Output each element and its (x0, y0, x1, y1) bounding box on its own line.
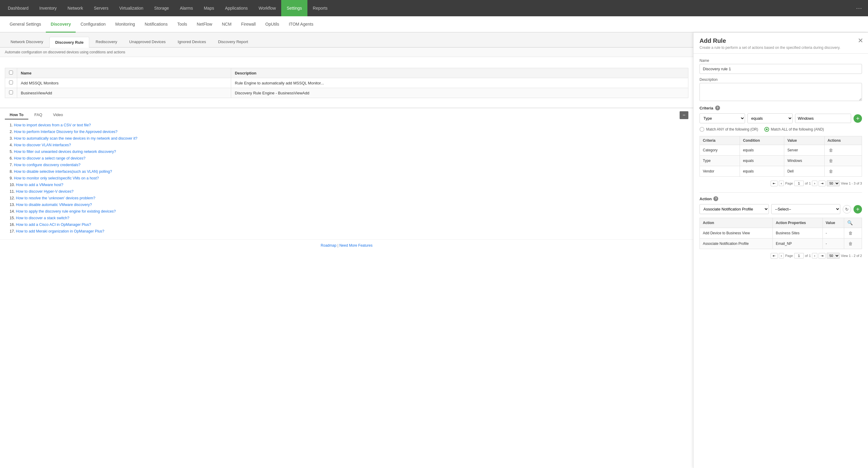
collapse-howto-button[interactable]: − (680, 111, 688, 119)
criteria-last-page[interactable]: ⇥ (818, 181, 826, 186)
delete-criteria-2-button[interactable]: 🗑 (828, 158, 834, 164)
match-all-option[interactable]: Match ALL of the following (AND) (764, 127, 824, 132)
row-checkbox-2[interactable] (9, 90, 13, 94)
delete-criteria-3-button[interactable]: 🗑 (828, 168, 834, 174)
tab-unapproved-devices[interactable]: Unapproved Devices (124, 36, 172, 47)
refresh-action-button[interactable]: ↻ (843, 205, 851, 213)
add-criteria-button[interactable]: + (854, 114, 862, 123)
select-all-checkbox[interactable] (9, 70, 13, 75)
action-input-row: Associate Notification Profile --Select-… (700, 204, 862, 214)
table-description: Automate configuration on discovered dev… (0, 48, 693, 57)
criteria-prev-page[interactable]: ‹ (779, 181, 784, 186)
list-item[interactable]: How to automatically scan the new device… (10, 135, 688, 142)
action-last-page[interactable]: ⇥ (818, 253, 826, 259)
action-next-page[interactable]: › (812, 253, 817, 258)
tab-ignored-devices[interactable]: Ignored Devices (172, 36, 212, 47)
list-item[interactable]: How to monitor only select/specific VMs … (10, 175, 688, 181)
criteria-page-input[interactable] (794, 181, 804, 186)
subnav-netflow[interactable]: NetFlow (192, 16, 217, 33)
tab-rediscovery[interactable]: Rediscovery (90, 36, 123, 47)
action-page-input[interactable] (794, 253, 804, 258)
action-pagination: ⇤ ‹ Page of 1 › ⇥ 50 View 1 - 2 of 2 (700, 252, 862, 261)
criteria-condition-select[interactable]: equals (747, 113, 793, 123)
subnav-discovery[interactable]: Discovery (46, 16, 76, 33)
roadmap-link[interactable]: Roadmap (321, 243, 336, 247)
nav-item-dashboard[interactable]: Dashboard (2, 0, 34, 16)
delete-criteria-1-button[interactable]: 🗑 (828, 147, 834, 153)
criteria-value-input[interactable] (795, 114, 851, 123)
list-item[interactable]: How to add Meraki organization in OpMana… (10, 228, 688, 235)
action-per-page-select[interactable]: 50 (827, 253, 840, 259)
subnav-monitoring[interactable]: Monitoring (111, 16, 140, 33)
list-item[interactable]: How to disable automatic VMware discover… (10, 201, 688, 208)
table-row: Type equals Windows 🗑 (700, 155, 862, 166)
criteria-next-page[interactable]: › (812, 181, 817, 186)
more-features-link[interactable]: Need More Features (339, 243, 373, 247)
list-item[interactable]: How to add a VMware host? (10, 181, 688, 188)
subnav-configuration[interactable]: Configuration (76, 16, 110, 33)
list-item[interactable]: How to perform Interface Discovery for t… (10, 128, 688, 135)
list-item[interactable]: How to discover a stack switch? (10, 215, 688, 221)
nav-item-alarms[interactable]: Alarms (175, 0, 198, 16)
list-item[interactable]: How to apply the discovery rule engine f… (10, 208, 688, 215)
match-all-radio[interactable] (764, 127, 769, 132)
nav-item-workflow[interactable]: Workflow (253, 0, 281, 16)
delete-action-2-button[interactable]: 🗑 (847, 241, 854, 247)
nav-item-storage[interactable]: Storage (149, 0, 175, 16)
howto-tab-faq[interactable]: FAQ (30, 111, 47, 119)
row-checkbox-1[interactable] (9, 81, 13, 84)
subnav-ncm[interactable]: NCM (217, 16, 236, 33)
list-item[interactable]: How to discover VLAN interfaces? (10, 142, 688, 148)
nav-item-inventory[interactable]: Inventory (34, 0, 62, 16)
nav-item-servers[interactable]: Servers (88, 0, 114, 16)
tab-discovery-rule[interactable]: Discovery Rule (50, 37, 89, 48)
nav-item-reports[interactable]: Reports (307, 0, 333, 16)
howto-list: How to import devices from a CSV or text… (0, 119, 693, 239)
nav-item-network[interactable]: Network (62, 0, 88, 16)
tab-network-discovery[interactable]: Network Discovery (5, 36, 49, 47)
nav-more-icon[interactable]: ⋯ (852, 4, 866, 12)
list-item[interactable]: How to discover a select range of device… (10, 155, 688, 162)
criteria-per-page-select[interactable]: 50 (827, 180, 840, 186)
action-prev-page[interactable]: ‹ (779, 253, 784, 258)
nav-item-settings[interactable]: Settings (281, 0, 307, 16)
subnav-oputils[interactable]: OpUtils (260, 16, 284, 33)
list-item[interactable]: How to filter out unwanted devices durin… (10, 148, 688, 155)
search-action-button[interactable]: 🔍 (847, 220, 853, 226)
criteria-col-criteria: Criteria (700, 136, 740, 145)
criteria-total-pages: 1 (809, 181, 811, 185)
nav-item-applications[interactable]: Applications (219, 0, 253, 16)
action-type-select[interactable]: Associate Notification Profile (700, 204, 769, 214)
close-panel-button[interactable]: ✕ (858, 37, 863, 45)
criteria-row-value-3: Dell (784, 166, 824, 177)
subnav-itom-agents[interactable]: ITOM Agents (284, 16, 318, 33)
subnav-notifications[interactable]: Notifications (140, 16, 173, 33)
list-item[interactable]: How to discover Hyper-V devices? (10, 188, 688, 195)
list-item[interactable]: How to add a Cisco ACI in OpManager Plus… (10, 221, 688, 228)
nav-item-virtualization[interactable]: Virtualization (114, 0, 149, 16)
add-action-button[interactable]: + (854, 205, 862, 213)
list-item[interactable]: How to configure discovery credentials? (10, 162, 688, 168)
action-value-select[interactable]: --Select-- (771, 204, 841, 214)
nav-item-maps[interactable]: Maps (198, 0, 219, 16)
criteria-first-page[interactable]: ⇤ (771, 181, 778, 186)
list-item[interactable]: How to disable selective interfaces(such… (10, 168, 688, 175)
tab-discovery-report[interactable]: Discovery Report (212, 36, 254, 47)
howto-tab-howto[interactable]: How To (5, 111, 28, 119)
subnav-firewall[interactable]: Firewall (236, 16, 260, 33)
description-textarea[interactable] (700, 83, 862, 101)
name-input[interactable] (700, 64, 862, 74)
match-any-radio[interactable] (700, 127, 704, 132)
match-any-option[interactable]: Match ANY of the following (OR) (700, 127, 758, 132)
subnav-general-settings[interactable]: General Settings (5, 16, 46, 33)
subnav-tools[interactable]: Tools (173, 16, 192, 33)
action-first-page[interactable]: ⇤ (771, 253, 778, 259)
howto-tab-video[interactable]: Video (48, 111, 68, 119)
list-item[interactable]: How to import devices from a CSV or text… (10, 122, 688, 128)
action-help-icon[interactable]: ? (713, 196, 718, 201)
delete-action-1-button[interactable]: 🗑 (847, 230, 854, 236)
top-nav: Dashboard Inventory Network Servers Virt… (0, 0, 868, 16)
criteria-help-icon[interactable]: ? (715, 106, 720, 110)
criteria-type-select[interactable]: Type (700, 113, 745, 123)
list-item[interactable]: How to resolve the 'unknown' devices pro… (10, 195, 688, 201)
